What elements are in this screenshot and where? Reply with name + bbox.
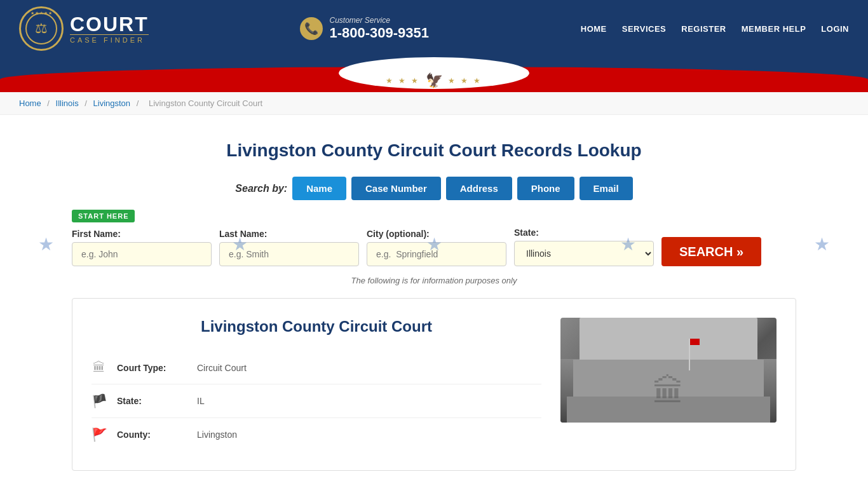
breadcrumb-current: Livingston County Circuit Court	[149, 98, 262, 108]
city-input[interactable]	[367, 242, 506, 266]
breadcrumb-sep-1: /	[47, 98, 51, 108]
main-content: Livingston County Circuit Court Records …	[53, 115, 815, 484]
tab-phone[interactable]: Phone	[517, 177, 574, 200]
eagle-stars-right: ★ ★ ★	[448, 76, 483, 85]
flag	[690, 339, 700, 345]
state-detail-label: State:	[117, 396, 187, 406]
nav-member-help[interactable]: MEMBER HELP	[742, 24, 806, 34]
info-text: The following is for information purpose…	[72, 276, 796, 285]
logo-circle: ⚖ ★★★★★	[19, 6, 64, 51]
phone-area: 📞 Customer Service 1-800-309-9351	[300, 16, 429, 41]
state-detail-value: IL	[197, 396, 205, 406]
search-by-label: Search by:	[235, 183, 287, 194]
building-mid	[573, 360, 764, 396]
site-header: ★ ★ ★ ★ ★ ⚖ ★★★★★ COURT CASE FINDER 📞 Cu…	[0, 0, 868, 57]
nav-home[interactable]: HOME	[581, 24, 607, 34]
bg-star-5: ★	[814, 234, 830, 255]
state-select[interactable]: Illinois Alabama Alaska Arizona Arkansas…	[514, 241, 654, 266]
bg-star-1: ★	[38, 234, 54, 255]
logo-case-finder-text: CASE FINDER	[70, 34, 149, 44]
breadcrumb-sep-3: /	[137, 98, 141, 108]
logo-inner: ⚖	[25, 13, 57, 44]
court-info-left: Livingston County Circuit Court 🏛 Court …	[92, 318, 541, 451]
scales-icon: ⚖	[35, 20, 48, 37]
search-form: First Name: Last Name: City (optional): …	[72, 227, 796, 266]
breadcrumb: Home / Illinois / Livingston / Livingsto…	[0, 92, 868, 115]
phone-label: Customer Service	[329, 16, 429, 25]
last-name-input[interactable]	[219, 242, 359, 266]
phone-number: 1-800-309-9351	[329, 25, 429, 41]
main-nav: HOME SERVICES REGISTER MEMBER HELP LOGIN	[581, 24, 849, 34]
court-info-section: Livingston County Circuit Court 🏛 Court …	[72, 298, 796, 471]
state-icon: 🏴	[92, 393, 107, 409]
courthouse-image	[560, 318, 776, 423]
building-base	[567, 396, 770, 423]
eagle-icon: 🦅	[426, 72, 443, 89]
nav-register[interactable]: REGISTER	[681, 24, 726, 34]
search-button[interactable]: SEARCH »	[661, 237, 761, 266]
flag-pole	[689, 339, 690, 370]
breadcrumb-sep-2: /	[85, 98, 89, 108]
first-name-group: First Name:	[72, 229, 212, 266]
last-name-label: Last Name:	[219, 229, 359, 239]
court-type-icon: 🏛	[92, 360, 107, 375]
building-facade	[560, 318, 776, 423]
logo-court-text: COURT	[70, 14, 149, 34]
tab-name[interactable]: Name	[292, 177, 346, 200]
building-top	[580, 318, 757, 360]
tab-case-number[interactable]: Case Number	[351, 177, 441, 200]
logo-text: COURT CASE FINDER	[70, 14, 149, 44]
search-button-label: SEARCH »	[679, 245, 743, 259]
first-name-input[interactable]	[72, 242, 212, 266]
start-here-badge: START HERE	[72, 210, 135, 222]
breadcrumb-illinois[interactable]: Illinois	[56, 98, 79, 108]
court-type-row: 🏛 Court Type: Circuit Court	[92, 351, 541, 384]
state-group: State: Illinois Alabama Alaska Arizona A…	[514, 227, 654, 266]
nav-login[interactable]: LOGIN	[821, 24, 849, 34]
first-name-label: First Name:	[72, 229, 212, 239]
banner-wave: ★ ★ ★ 🦅 ★ ★ ★	[0, 57, 868, 92]
eagle-stars-left: ★ ★ ★	[386, 76, 421, 85]
state-row: 🏴 State: IL	[92, 384, 541, 418]
breadcrumb-home[interactable]: Home	[19, 98, 41, 108]
search-by-row: Search by: Name Case Number Address Phon…	[72, 177, 796, 200]
county-row: 🚩 County: Livingston	[92, 418, 541, 451]
county-icon: 🚩	[92, 427, 107, 442]
court-type-value: Circuit Court	[197, 363, 247, 373]
logo-stars: ★★★★★	[31, 11, 53, 16]
tab-email[interactable]: Email	[580, 177, 633, 200]
eagle-container: ★ ★ ★ 🦅 ★ ★ ★	[386, 72, 482, 89]
nav-services[interactable]: SERVICES	[622, 24, 667, 34]
tab-address[interactable]: Address	[446, 177, 512, 200]
last-name-group: Last Name:	[219, 229, 359, 266]
state-label: State:	[514, 227, 654, 238]
city-group: City (optional):	[367, 229, 506, 266]
phone-icon: 📞	[300, 17, 323, 40]
county-value: Livingston	[197, 430, 237, 440]
court-type-label: Court Type:	[117, 363, 187, 373]
county-label: County:	[117, 430, 187, 440]
city-label: City (optional):	[367, 229, 506, 239]
court-info-title: Livingston County Circuit Court	[92, 318, 541, 336]
breadcrumb-livingston[interactable]: Livingston	[93, 98, 131, 108]
page-title: Livingston County Circuit Court Records …	[72, 140, 796, 161]
phone-details: Customer Service 1-800-309-9351	[329, 16, 429, 41]
logo-area: ⚖ ★★★★★ COURT CASE FINDER	[19, 6, 149, 51]
